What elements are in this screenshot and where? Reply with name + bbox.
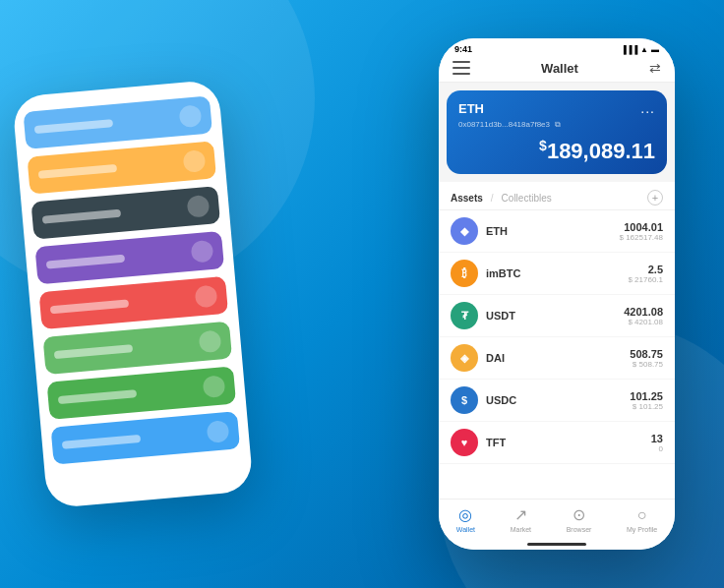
asset-row-usdc[interactable]: $ USDC 101.25 $ 101.25 [439, 380, 675, 422]
asset-row-imbtc[interactable]: ₿ imBTC 2.5 $ 21760.1 [439, 253, 675, 295]
home-indicator [527, 543, 586, 546]
bottom-nav-label-market: Market [511, 526, 531, 533]
asset-usd-tft: 0 [651, 444, 663, 453]
asset-row-eth[interactable]: ◆ ETH 1004.01 $ 162517.48 [439, 210, 675, 253]
left-card-icon-6 [199, 329, 222, 353]
eth-menu-button[interactable]: ... [640, 100, 655, 116]
asset-icon-dai: ◈ [451, 344, 478, 372]
left-card-label-7 [58, 389, 137, 404]
eth-card: ETH ... 0x08711d3b...8418a7f8e3 ⧉ $189,0… [447, 90, 667, 174]
battery-icon: ▬ [651, 45, 659, 54]
asset-icon-usdc: $ [451, 386, 478, 414]
asset-amount-tft: 13 [651, 433, 663, 444]
asset-name-usdc: USDC [486, 394, 630, 406]
left-card-icon-2 [183, 149, 207, 173]
sync-button[interactable]: ⇄ [649, 60, 661, 76]
eth-card-top: ETH ... [458, 100, 655, 116]
asset-amounts-tft: 13 0 [651, 433, 663, 453]
left-card-label-3 [42, 209, 121, 224]
asset-amounts-imbtc: 2.5 $ 21760.1 [628, 264, 663, 284]
left-card-icon-5 [195, 285, 218, 309]
bottom-nav-label-profile: My Profile [627, 526, 657, 533]
asset-icon-imbtc: ₿ [451, 260, 478, 287]
left-card-8 [51, 411, 241, 464]
bottom-nav-icon-wallet: ◎ [458, 505, 472, 524]
status-bar: 9:41 ▐▐▐ ▲ ▬ [439, 38, 675, 56]
asset-usd-usdc: $ 101.25 [630, 402, 663, 411]
asset-amount-usdt: 4201.08 [624, 306, 663, 318]
bottom-nav-profile[interactable]: ○ My Profile [627, 506, 657, 533]
eth-coin-name: ETH [458, 101, 484, 116]
left-card-icon-4 [191, 240, 214, 264]
asset-icon-eth: ◆ [451, 217, 478, 245]
menu-line-1 [452, 61, 470, 63]
left-card-2 [27, 141, 216, 194]
asset-name-imbtc: imBTC [486, 267, 628, 279]
left-card-label-1 [34, 119, 113, 134]
tab-separator: / [491, 193, 494, 204]
left-card-label-6 [54, 344, 133, 359]
asset-row-dai[interactable]: ◈ DAI 508.75 $ 508.75 [439, 337, 675, 380]
asset-usd-usdt: $ 4201.08 [624, 318, 663, 326]
left-card-3 [30, 186, 220, 239]
left-card-4 [34, 231, 224, 284]
eth-address: 0x08711d3b...8418a7f8e3 ⧉ [458, 120, 655, 130]
left-card-5 [38, 276, 228, 329]
asset-name-eth: ETH [486, 225, 620, 237]
left-card-label-4 [46, 255, 125, 269]
bottom-nav-label-wallet: Wallet [456, 526, 475, 533]
status-time: 9:41 [454, 44, 472, 54]
phone-right: 9:41 ▐▐▐ ▲ ▬ Wallet ⇄ ETH ... 0x08711d3b… [439, 38, 675, 550]
asset-amount-usdc: 101.25 [630, 390, 663, 402]
asset-usd-imbtc: $ 21760.1 [628, 275, 663, 284]
bottom-nav-icon-profile: ○ [637, 506, 647, 524]
tab-collectibles[interactable]: Collectibles [502, 193, 552, 204]
left-card-icon-3 [187, 195, 211, 218]
nav-bar: Wallet ⇄ [439, 56, 675, 83]
eth-balance: $189,089.11 [458, 138, 655, 164]
assets-tabs: Assets / Collectibles [451, 193, 552, 204]
menu-line-2 [452, 67, 470, 69]
signal-icon: ▐▐▐ [621, 45, 637, 54]
left-card-6 [42, 322, 232, 375]
asset-usd-eth: $ 162517.48 [620, 233, 664, 242]
asset-icon-tft: ♥ [451, 429, 478, 456]
left-card-7 [47, 366, 237, 419]
status-icons: ▐▐▐ ▲ ▬ [621, 45, 659, 54]
bottom-nav-market[interactable]: ↗ Market [511, 505, 531, 533]
currency-symbol: $ [539, 138, 547, 153]
bottom-nav-icon-browser: ⊙ [573, 505, 585, 524]
left-card-icon-1 [179, 104, 203, 128]
asset-amounts-eth: 1004.01 $ 162517.48 [620, 221, 664, 242]
assets-header: Assets / Collectibles + [439, 182, 675, 210]
bottom-nav: ◎ Wallet ↗ Market ⊙ Browser ○ My Profile [439, 499, 675, 541]
menu-line-3 [452, 73, 470, 75]
assets-section: Assets / Collectibles + ◆ ETH 1004.01 $ … [439, 182, 675, 499]
left-card-label-2 [38, 164, 117, 179]
asset-amounts-usdc: 101.25 $ 101.25 [630, 390, 663, 411]
asset-icon-usdt: ₮ [451, 302, 478, 329]
tab-assets[interactable]: Assets [451, 193, 483, 204]
page-title: Wallet [541, 61, 578, 76]
left-card-1 [23, 95, 212, 148]
asset-row-usdt[interactable]: ₮ USDT 4201.08 $ 4201.08 [439, 295, 675, 337]
asset-list: ◆ ETH 1004.01 $ 162517.48 ₿ imBTC 2.5 $ … [439, 210, 675, 464]
bottom-nav-wallet[interactable]: ◎ Wallet [456, 505, 475, 533]
menu-button[interactable] [452, 61, 470, 75]
left-card-icon-8 [207, 420, 230, 443]
bottom-nav-browser[interactable]: ⊙ Browser [567, 505, 592, 533]
asset-name-tft: TFT [486, 437, 651, 448]
asset-name-usdt: USDT [486, 310, 624, 322]
asset-amount-dai: 508.75 [630, 348, 663, 360]
asset-row-tft[interactable]: ♥ TFT 13 0 [439, 422, 675, 464]
asset-amounts-usdt: 4201.08 $ 4201.08 [624, 306, 663, 326]
asset-usd-dai: $ 508.75 [630, 360, 663, 369]
bottom-nav-icon-market: ↗ [514, 505, 527, 524]
copy-icon[interactable]: ⧉ [555, 120, 561, 129]
left-card-label-5 [50, 299, 129, 314]
left-card-label-8 [62, 435, 141, 449]
add-asset-button[interactable]: + [647, 190, 663, 206]
bottom-nav-label-browser: Browser [567, 526, 592, 533]
phone-left [12, 80, 254, 509]
asset-amounts-dai: 508.75 $ 508.75 [630, 348, 663, 369]
